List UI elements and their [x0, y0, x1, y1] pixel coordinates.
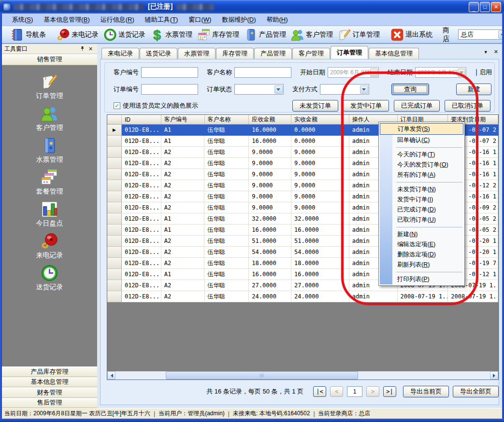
- chevron-down-icon[interactable]: [370, 69, 378, 77]
- toolbar-button-3[interactable]: 送货记录: [101, 27, 148, 42]
- tab-2[interactable]: 送货记录: [140, 48, 177, 59]
- sidebar-item-2[interactable]: 客户管理: [36, 105, 63, 132]
- export-all-pages-button[interactable]: 导出全部页: [453, 386, 499, 397]
- row-selector[interactable]: [107, 169, 122, 180]
- customer-no-input[interactable]: [141, 67, 198, 78]
- column-header-5[interactable]: 实收金额: [291, 115, 349, 124]
- column-header-2[interactable]: 客户编号: [161, 115, 205, 124]
- menubar-item-h[interactable]: 帮助(H): [261, 14, 293, 26]
- last-page-button[interactable]: >|: [383, 386, 396, 397]
- new-button[interactable]: 新建: [456, 84, 491, 95]
- store-select[interactable]: 总店: [458, 29, 504, 40]
- tabs-close-icon[interactable]: ✕: [494, 49, 498, 55]
- toolbar-button-6[interactable]: 产品管理: [242, 27, 288, 42]
- row-selector[interactable]: [107, 291, 122, 302]
- start-date-picker[interactable]: 2009年 6月 8日: [328, 67, 379, 78]
- next-page-button[interactable]: >: [366, 386, 379, 397]
- chevron-down-icon[interactable]: [274, 85, 283, 94]
- scrollbar-track[interactable]: [115, 371, 490, 380]
- menubar-item-r[interactable]: 运行信息(R): [95, 14, 140, 26]
- context-menu-item-16[interactable]: 刷新列表(R): [380, 260, 463, 270]
- delivery-color-checkbox[interactable]: ✓: [114, 102, 120, 109]
- context-menu-item-14[interactable]: 编辑选定项(E): [380, 239, 463, 250]
- row-selector[interactable]: [107, 202, 122, 213]
- order-status-select[interactable]: [234, 84, 284, 95]
- page-number-input[interactable]: [347, 386, 362, 397]
- chevron-down-icon[interactable]: ▼: [484, 50, 488, 55]
- sidebar-group-1[interactable]: 产品库存管理: [2, 366, 97, 377]
- status-filter-button-2[interactable]: 发货中订单: [343, 100, 389, 112]
- maximize-button[interactable]: □: [480, 2, 490, 12]
- row-selector[interactable]: [107, 213, 122, 225]
- status-filter-button-3[interactable]: 已完成订单: [394, 100, 440, 112]
- chevron-down-icon[interactable]: [360, 85, 368, 94]
- end-date-picker[interactable]: 2009年 6月 8日: [415, 67, 466, 78]
- tool-window-close-icon[interactable]: ✕: [86, 46, 95, 52]
- row-selector[interactable]: [107, 191, 122, 202]
- context-menu-item-5[interactable]: 今天的发货订单(O): [380, 160, 463, 170]
- toolbar-button-8[interactable]: 订单管理: [335, 27, 382, 42]
- column-header-1[interactable]: ID: [122, 115, 161, 124]
- row-selector[interactable]: [107, 236, 122, 247]
- tab-3[interactable]: 水票管理: [178, 48, 216, 59]
- row-selector[interactable]: [107, 225, 122, 236]
- status-filter-button-1[interactable]: 未发货订单: [292, 100, 338, 112]
- sidebar-group-3[interactable]: 财务管理: [2, 387, 97, 398]
- row-selector[interactable]: [107, 247, 122, 258]
- table-row[interactable]: 012D-E8...A2伍华聪24.000024.0000admin2008-0…: [107, 291, 498, 302]
- tab-5[interactable]: 产品管理: [254, 48, 292, 59]
- context-menu-item-11[interactable]: 已取消订单(U): [380, 215, 463, 225]
- row-selector[interactable]: [107, 136, 122, 147]
- toolbar-button-9[interactable]: 退出系统: [388, 27, 435, 42]
- context-menu-item-6[interactable]: 所有的订单(A): [380, 170, 463, 180]
- row-selector[interactable]: [107, 269, 122, 280]
- toolbar-button-5[interactable]: 库存管理: [195, 27, 242, 42]
- sidebar-item-3[interactable]: 水票管理: [36, 137, 63, 164]
- scrollbar-thumb[interactable]: [166, 371, 358, 380]
- pay-method-select[interactable]: [320, 84, 369, 95]
- menubar-item-b[interactable]: 基本信息管理(B): [38, 14, 95, 26]
- close-button[interactable]: ✕: [491, 2, 501, 12]
- sidebar-group-sales[interactable]: 销售管理: [2, 54, 97, 65]
- context-menu-item-18[interactable]: 打印列表(P): [380, 274, 463, 284]
- chevron-down-icon[interactable]: [458, 69, 465, 77]
- context-menu-item-8[interactable]: 未发货订单(N): [380, 184, 463, 195]
- scroll-right-icon[interactable]: [490, 371, 498, 380]
- sidebar-item-4[interactable]: 套餐管理: [36, 169, 63, 196]
- context-menu-item-15[interactable]: 删除选定项(D): [380, 250, 463, 260]
- context-menu-item-9[interactable]: 发货中订单(I): [380, 195, 463, 205]
- tab-7[interactable]: 订单管理: [331, 46, 368, 59]
- tab-4[interactable]: 库存管理: [216, 48, 254, 59]
- tab-6[interactable]: 客户管理: [292, 48, 330, 59]
- context-menu-item-2[interactable]: 回单确认(C): [380, 135, 463, 145]
- row-selector[interactable]: [107, 158, 122, 169]
- toolbar-button-2[interactable]: 来电记录: [54, 27, 101, 42]
- scroll-left-icon[interactable]: [107, 371, 115, 380]
- tab-1[interactable]: 来电记录: [101, 48, 139, 59]
- menubar-item-w[interactable]: 窗口(W): [183, 14, 216, 26]
- row-selector[interactable]: ▶: [107, 125, 122, 136]
- row-selector[interactable]: [107, 280, 122, 291]
- pin-icon[interactable]: [78, 46, 86, 52]
- toolbar-button-7[interactable]: 客户管理: [288, 27, 335, 42]
- order-no-input[interactable]: [141, 84, 198, 95]
- context-menu-item-4[interactable]: 今天的订单(T): [380, 150, 463, 160]
- first-page-button[interactable]: |<: [313, 386, 326, 397]
- sidebar-group-2[interactable]: 基本信息管理: [2, 377, 97, 388]
- export-current-page-button[interactable]: 导出当前页: [403, 386, 449, 397]
- prev-page-button[interactable]: <: [330, 386, 343, 397]
- menubar-item-d[interactable]: 数据维护(D): [216, 14, 261, 26]
- sidebar-item-6[interactable]: 来电记录: [36, 232, 63, 260]
- column-header-3[interactable]: 客户名称: [205, 115, 249, 124]
- sidebar-item-1[interactable]: 订单管理: [36, 73, 63, 100]
- toolbar-button-1[interactable]: 导航条: [8, 27, 48, 42]
- menubar-item-t[interactable]: 辅助工具(T): [140, 14, 184, 26]
- menubar-item-s[interactable]: 系统(S): [7, 14, 38, 26]
- context-menu-item-13[interactable]: 新建(N): [380, 229, 463, 239]
- query-button[interactable]: 查询: [391, 84, 429, 95]
- sidebar-item-5[interactable]: 今日盘点: [36, 200, 63, 228]
- sidebar-group-4[interactable]: 售后管理: [2, 398, 97, 408]
- row-selector[interactable]: [107, 180, 122, 191]
- sidebar-item-7[interactable]: 送货记录: [36, 264, 63, 292]
- enable-checkbox[interactable]: [476, 69, 477, 76]
